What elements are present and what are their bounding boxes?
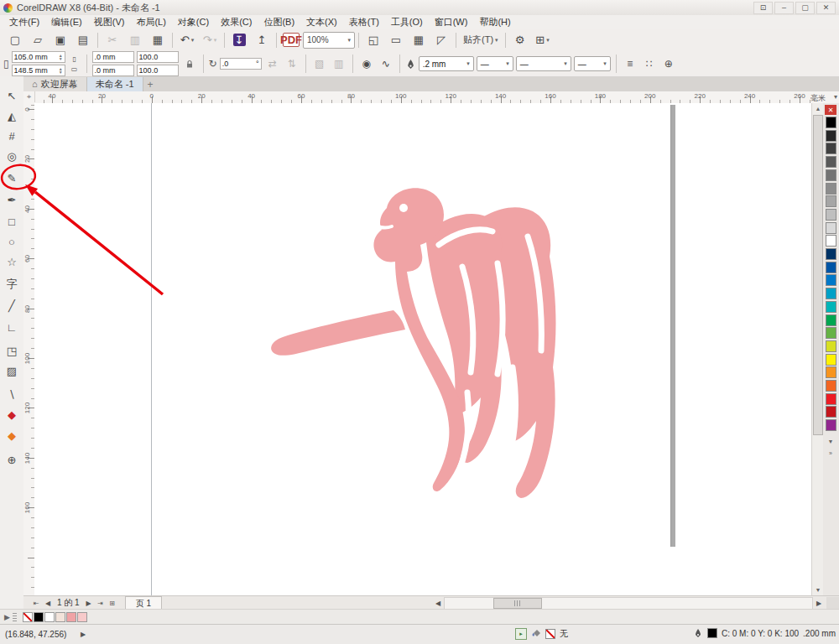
palette-color-swatch[interactable] — [826, 130, 836, 142]
new-document-button[interactable]: ▢ — [4, 31, 26, 49]
palette-color-swatch[interactable] — [826, 366, 836, 378]
undo-button[interactable]: ↶▾ — [176, 31, 198, 49]
document-color-swatch[interactable] — [44, 612, 55, 622]
zoom-level-combo[interactable]: 100%▾ — [303, 32, 355, 49]
outline-width-combo[interactable]: .2 mm▾ — [419, 56, 474, 71]
curve-smoothness-button[interactable]: ∿ — [378, 55, 394, 72]
position-y-field[interactable]: .0 mm — [92, 65, 134, 76]
scale-h-field[interactable]: 100.0 — [137, 51, 179, 63]
parallel-dimension-tool[interactable]: ╱ — [3, 296, 21, 314]
palette-scroll-down-button[interactable]: ▼ — [825, 436, 836, 446]
artistic-media-tool[interactable]: ✒ — [3, 190, 21, 209]
horizontal-scroll-track[interactable] — [444, 597, 813, 610]
palette-color-swatch[interactable] — [826, 195, 836, 207]
customize-toolbox-button[interactable]: ⊕ — [3, 450, 21, 469]
export-button[interactable]: ↥ — [251, 31, 273, 49]
first-page-button[interactable]: ⇤ — [30, 598, 42, 609]
palette-color-swatch[interactable] — [826, 288, 836, 299]
palette-drag-handle[interactable] — [13, 613, 17, 621]
menu-item[interactable]: 表格(T) — [343, 16, 385, 29]
horizontal-scroll-thumb[interactable] — [493, 598, 542, 609]
shape-tool[interactable]: ◭ — [3, 106, 21, 125]
ruler-origin-button[interactable]: ⌖ — [23, 91, 35, 102]
snap-to-dropdown[interactable]: 贴齐(T)▾ — [460, 31, 502, 49]
paste-button[interactable]: ▦ — [147, 31, 169, 49]
show-grid-button[interactable]: ▦ — [408, 31, 430, 49]
text-tool[interactable]: 字 — [3, 274, 21, 293]
status-expander-button[interactable]: ▶ — [81, 631, 86, 638]
minimize-button[interactable]: – — [774, 2, 794, 14]
spinner-icon[interactable]: ▲▼ — [59, 67, 63, 74]
document-color-swatch[interactable] — [55, 612, 65, 622]
redo-button[interactable]: ↷▾ — [199, 31, 221, 49]
palette-color-swatch[interactable] — [826, 248, 836, 260]
object-combine-button[interactable]: ▥ — [331, 55, 347, 72]
close-button[interactable]: ✕ — [816, 2, 836, 14]
palette-color-swatch[interactable] — [826, 340, 836, 352]
vertical-scrollbar[interactable]: ▲ ▼ — [811, 103, 824, 595]
no-color-swatch[interactable] — [23, 612, 33, 622]
maximize-button[interactable]: ▢ — [795, 2, 815, 14]
options-button[interactable]: ⚙ — [509, 31, 531, 49]
new-tab-button[interactable]: + — [143, 77, 158, 91]
menu-item[interactable]: 效果(C) — [215, 16, 258, 29]
palette-color-swatch[interactable] — [826, 235, 836, 247]
palette-flyout-button[interactable]: » — [825, 448, 836, 458]
landscape-button[interactable]: ▭ — [68, 65, 81, 73]
palette-color-swatch[interactable] — [826, 406, 836, 418]
palette-color-swatch[interactable] — [826, 183, 836, 195]
scroll-right-button[interactable]: ▶ — [813, 598, 825, 609]
position-x-field[interactable]: .0 mm — [92, 51, 134, 63]
menu-item[interactable]: 窗口(W) — [429, 16, 474, 29]
palette-color-swatch[interactable] — [826, 314, 836, 326]
wrap-text-button[interactable]: ≡ — [622, 55, 638, 72]
palette-color-swatch[interactable] — [826, 419, 836, 431]
publish-pdf-button[interactable]: PDF — [280, 31, 302, 49]
drop-shadow-tool[interactable]: ◳ — [3, 341, 21, 360]
palette-color-swatch[interactable] — [826, 262, 836, 273]
menu-item[interactable]: 编辑(E) — [45, 16, 88, 29]
scroll-down-button[interactable]: ▼ — [812, 584, 824, 595]
menu-item[interactable]: 视图(V) — [88, 16, 131, 29]
palette-color-swatch[interactable] — [826, 354, 836, 366]
arrow-start-combo[interactable]: —▾ — [477, 56, 513, 71]
menu-item[interactable]: 位图(B) — [258, 16, 300, 29]
outline-color-swatch[interactable] — [707, 628, 717, 638]
palette-color-swatch[interactable] — [826, 156, 836, 168]
show-guidelines-button[interactable]: ◸ — [430, 31, 452, 49]
horizontal-ruler[interactable]: ⌖ 毫米 ▾ 402002040608010012014016018020022… — [23, 91, 839, 104]
rectangle-tool[interactable]: □ — [3, 212, 21, 231]
tab-document[interactable]: 未命名 -1 — [87, 77, 143, 91]
line-style-combo[interactable]: —▾ — [516, 56, 571, 71]
page-width-field[interactable]: 105.0 mm▲▼ — [12, 51, 65, 63]
ellipse-tool[interactable]: ○ — [3, 232, 21, 251]
spinner-icon[interactable]: ▲▼ — [59, 54, 63, 60]
color-eyedropper-tool[interactable]: ∖ — [3, 385, 21, 403]
vertical-scroll-thumb[interactable] — [813, 115, 823, 435]
palette-color-swatch[interactable] — [826, 301, 836, 313]
menu-item[interactable]: 文本(X) — [300, 16, 343, 29]
add-page-button[interactable]: ⊞ — [107, 598, 118, 609]
next-page-button[interactable]: ▶ — [83, 598, 95, 609]
palette-color-swatch[interactable] — [826, 209, 836, 221]
fill-color-swatch[interactable] — [545, 629, 555, 639]
titlebar-extra-button[interactable]: ⊡ — [753, 2, 773, 14]
palette-color-swatch[interactable] — [826, 143, 836, 154]
menu-item[interactable]: 对象(C) — [172, 16, 215, 29]
palette-close-button[interactable]: ✕ — [825, 105, 836, 115]
menu-item[interactable]: 工具(O) — [385, 16, 429, 29]
ruler-options-button[interactable]: ▾ — [834, 93, 837, 101]
pink-angel-clipart[interactable] — [261, 183, 563, 501]
vertical-ruler[interactable]: 020406080100120140160 — [23, 103, 35, 595]
snap-grid-button[interactable]: ∷ — [641, 55, 658, 72]
document-palette-expander[interactable]: ▶ — [4, 613, 10, 621]
menu-item[interactable]: 布局(L) — [130, 16, 171, 29]
pick-tool[interactable]: ↖ — [3, 86, 21, 105]
page-tab[interactable]: 页 1 — [125, 596, 162, 610]
zoom-tool[interactable]: ◎ — [3, 147, 21, 165]
freehand-tool[interactable]: ✎ — [3, 169, 21, 187]
palette-color-swatch[interactable] — [826, 274, 836, 286]
document-color-swatch[interactable] — [34, 612, 44, 622]
document-color-swatch[interactable] — [66, 612, 76, 622]
save-button[interactable]: ▣ — [50, 31, 71, 49]
